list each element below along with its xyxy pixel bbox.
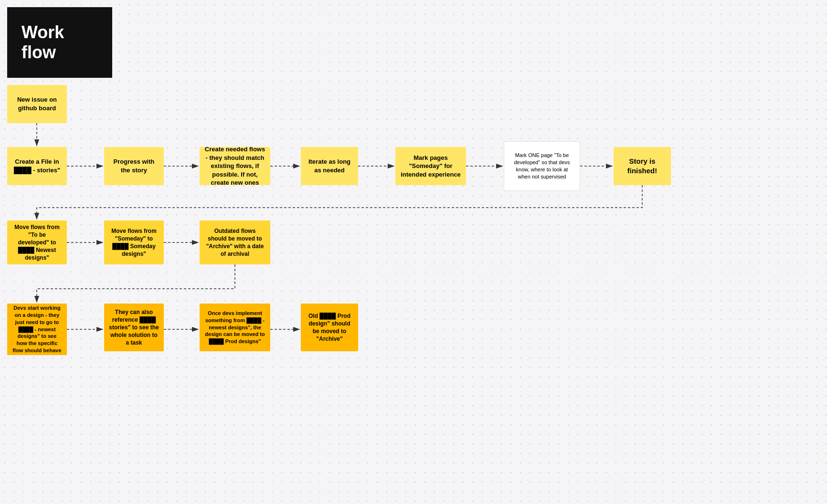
title-box: Work flow [7,7,112,78]
card-outdated-flows: Outdated flows should be moved to "Archi… [200,220,270,264]
card-new-issue: New issue on github board [7,85,67,123]
card-old-prod: Old ████ Prod design" should be moved to… [301,304,358,351]
page-title: Work flow [21,22,98,63]
card-mark-someday: Mark pages "Someday" for intended experi… [395,147,466,185]
card-devs-start: Devs start working on a design - they ju… [7,304,67,355]
card-iterate: Iterate as long as needed [301,147,358,185]
card-story-finished: Story is finished! [614,147,671,185]
card-mark-one-page: Mark ONE page "To be developed" so that … [504,141,580,191]
card-create-flows: Create needed flows - they should match … [200,147,270,185]
card-create-file: Create a File in ████ - stories" [7,147,67,185]
card-progress-story: Progress with the story [104,147,164,185]
card-once-devs: Once devs implement something from ████ … [200,304,270,351]
card-move-flows-someday: Move flows from "Someday" to ████ Someda… [104,220,164,264]
card-they-reference: They can also reference ████ stories" to… [104,304,164,351]
card-move-flows-developed: Move flows from "To be developed" to ███… [7,220,67,264]
